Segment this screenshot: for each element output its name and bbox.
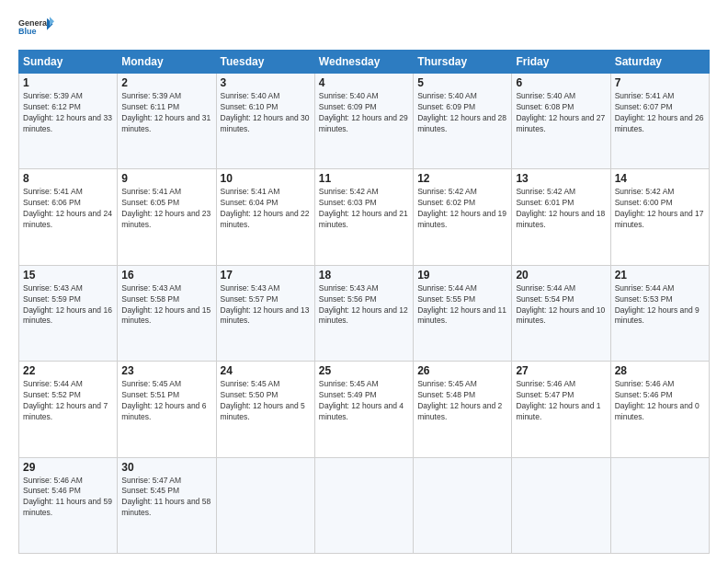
day-number: 15 [23, 269, 113, 282]
day-cell-1: 1Sunrise: 5:39 AMSunset: 6:12 PMDaylight… [19, 74, 118, 169]
header: General Blue [18, 15, 710, 42]
day-number: 12 [417, 172, 507, 185]
day-cell-7: 7Sunrise: 5:41 AMSunset: 6:07 PMDaylight… [610, 74, 709, 169]
weekday-header-row: SundayMondayTuesdayWednesdayThursdayFrid… [19, 51, 710, 74]
day-cell-18: 18Sunrise: 5:43 AMSunset: 5:56 PMDayligh… [314, 265, 413, 361]
day-number: 22 [23, 364, 113, 377]
day-info: Sunrise: 5:43 AMSunset: 5:56 PMDaylight:… [319, 283, 409, 327]
day-info: Sunrise: 5:44 AMSunset: 5:53 PMDaylight:… [615, 283, 705, 327]
day-info: Sunrise: 5:42 AMSunset: 6:01 PMDaylight:… [516, 187, 606, 231]
day-info: Sunrise: 5:39 AMSunset: 6:12 PMDaylight:… [23, 91, 113, 135]
day-cell-21: 21Sunrise: 5:44 AMSunset: 5:53 PMDayligh… [610, 265, 709, 361]
empty-cell [414, 457, 512, 553]
day-cell-9: 9Sunrise: 5:41 AMSunset: 6:05 PMDaylight… [118, 169, 216, 265]
day-cell-11: 11Sunrise: 5:42 AMSunset: 6:03 PMDayligh… [314, 169, 413, 265]
day-info: Sunrise: 5:44 AMSunset: 5:55 PMDaylight:… [417, 283, 507, 327]
day-cell-20: 20Sunrise: 5:44 AMSunset: 5:54 PMDayligh… [512, 265, 610, 361]
day-cell-6: 6Sunrise: 5:40 AMSunset: 6:08 PMDaylight… [512, 74, 610, 169]
page: General Blue SundayMondayTuesdayWednesda… [0, 0, 728, 563]
day-info: Sunrise: 5:43 AMSunset: 5:57 PMDaylight:… [221, 283, 311, 327]
day-cell-30: 30Sunrise: 5:47 AMSunset: 5:45 PMDayligh… [118, 457, 216, 553]
day-info: Sunrise: 5:45 AMSunset: 5:48 PMDaylight:… [417, 379, 507, 423]
day-number: 13 [516, 172, 606, 185]
day-number: 20 [516, 269, 606, 282]
day-number: 4 [319, 76, 409, 89]
week-row-5: 29Sunrise: 5:46 AMSunset: 5:46 PMDayligh… [19, 457, 710, 553]
svg-text:Blue: Blue [18, 27, 37, 36]
day-info: Sunrise: 5:39 AMSunset: 6:11 PMDaylight:… [121, 91, 211, 135]
day-info: Sunrise: 5:40 AMSunset: 6:09 PMDaylight:… [417, 91, 507, 135]
day-number: 25 [319, 364, 409, 377]
day-info: Sunrise: 5:41 AMSunset: 6:07 PMDaylight:… [615, 91, 705, 135]
day-cell-4: 4Sunrise: 5:40 AMSunset: 6:09 PMDaylight… [314, 74, 413, 169]
day-cell-24: 24Sunrise: 5:45 AMSunset: 5:50 PMDayligh… [216, 362, 314, 457]
day-cell-3: 3Sunrise: 5:40 AMSunset: 6:10 PMDaylight… [216, 74, 314, 169]
weekday-header-saturday: Saturday [610, 51, 709, 74]
day-number: 19 [417, 269, 507, 282]
day-number: 3 [221, 76, 311, 89]
day-cell-29: 29Sunrise: 5:46 AMSunset: 5:46 PMDayligh… [19, 457, 118, 553]
day-info: Sunrise: 5:43 AMSunset: 5:59 PMDaylight:… [23, 283, 113, 327]
day-cell-26: 26Sunrise: 5:45 AMSunset: 5:48 PMDayligh… [414, 362, 512, 457]
day-number: 11 [319, 172, 409, 185]
week-row-1: 1Sunrise: 5:39 AMSunset: 6:12 PMDaylight… [19, 74, 710, 169]
day-number: 6 [516, 76, 606, 89]
weekday-header-tuesday: Tuesday [216, 51, 314, 74]
day-info: Sunrise: 5:47 AMSunset: 5:45 PMDaylight:… [121, 476, 211, 520]
day-number: 9 [121, 172, 211, 185]
day-number: 5 [417, 76, 507, 89]
day-cell-5: 5Sunrise: 5:40 AMSunset: 6:09 PMDaylight… [414, 74, 512, 169]
day-number: 10 [221, 172, 311, 185]
day-number: 29 [23, 461, 113, 474]
day-cell-25: 25Sunrise: 5:45 AMSunset: 5:49 PMDayligh… [314, 362, 413, 457]
week-row-2: 8Sunrise: 5:41 AMSunset: 6:06 PMDaylight… [19, 169, 710, 265]
day-cell-10: 10Sunrise: 5:41 AMSunset: 6:04 PMDayligh… [216, 169, 314, 265]
day-cell-12: 12Sunrise: 5:42 AMSunset: 6:02 PMDayligh… [414, 169, 512, 265]
day-number: 23 [121, 364, 211, 377]
day-info: Sunrise: 5:46 AMSunset: 5:46 PMDaylight:… [615, 379, 705, 423]
weekday-header-wednesday: Wednesday [314, 51, 413, 74]
day-number: 1 [23, 76, 113, 89]
svg-text:General: General [18, 18, 50, 28]
day-info: Sunrise: 5:40 AMSunset: 6:09 PMDaylight:… [319, 91, 409, 135]
day-number: 7 [615, 76, 705, 89]
logo-svg: General Blue [18, 15, 55, 42]
calendar-table: SundayMondayTuesdayWednesdayThursdayFrid… [18, 50, 710, 554]
weekday-header-monday: Monday [118, 51, 216, 74]
week-row-4: 22Sunrise: 5:44 AMSunset: 5:52 PMDayligh… [19, 362, 710, 457]
day-cell-8: 8Sunrise: 5:41 AMSunset: 6:06 PMDaylight… [19, 169, 118, 265]
weekday-header-thursday: Thursday [414, 51, 512, 74]
day-info: Sunrise: 5:44 AMSunset: 5:52 PMDaylight:… [23, 379, 113, 423]
day-number: 30 [121, 461, 211, 474]
day-info: Sunrise: 5:45 AMSunset: 5:49 PMDaylight:… [319, 379, 409, 423]
day-cell-13: 13Sunrise: 5:42 AMSunset: 6:01 PMDayligh… [512, 169, 610, 265]
day-info: Sunrise: 5:42 AMSunset: 6:02 PMDaylight:… [417, 187, 507, 231]
day-number: 26 [417, 364, 507, 377]
day-cell-2: 2Sunrise: 5:39 AMSunset: 6:11 PMDaylight… [118, 74, 216, 169]
day-cell-22: 22Sunrise: 5:44 AMSunset: 5:52 PMDayligh… [19, 362, 118, 457]
empty-cell [216, 457, 314, 553]
empty-cell [512, 457, 610, 553]
day-info: Sunrise: 5:44 AMSunset: 5:54 PMDaylight:… [516, 283, 606, 327]
day-info: Sunrise: 5:46 AMSunset: 5:47 PMDaylight:… [516, 379, 606, 423]
day-cell-16: 16Sunrise: 5:43 AMSunset: 5:58 PMDayligh… [118, 265, 216, 361]
day-cell-27: 27Sunrise: 5:46 AMSunset: 5:47 PMDayligh… [512, 362, 610, 457]
empty-cell [610, 457, 709, 553]
day-info: Sunrise: 5:41 AMSunset: 6:05 PMDaylight:… [121, 187, 211, 231]
day-cell-14: 14Sunrise: 5:42 AMSunset: 6:00 PMDayligh… [610, 169, 709, 265]
day-info: Sunrise: 5:40 AMSunset: 6:10 PMDaylight:… [221, 91, 311, 135]
day-info: Sunrise: 5:41 AMSunset: 6:06 PMDaylight:… [23, 187, 113, 231]
day-number: 27 [516, 364, 606, 377]
day-number: 2 [121, 76, 211, 89]
day-number: 28 [615, 364, 705, 377]
day-number: 16 [121, 269, 211, 282]
weekday-header-sunday: Sunday [19, 51, 118, 74]
day-number: 8 [23, 172, 113, 185]
day-number: 17 [221, 269, 311, 282]
day-info: Sunrise: 5:42 AMSunset: 6:03 PMDaylight:… [319, 187, 409, 231]
day-info: Sunrise: 5:42 AMSunset: 6:00 PMDaylight:… [615, 187, 705, 231]
day-info: Sunrise: 5:41 AMSunset: 6:04 PMDaylight:… [221, 187, 311, 231]
day-info: Sunrise: 5:45 AMSunset: 5:51 PMDaylight:… [121, 379, 211, 423]
day-cell-15: 15Sunrise: 5:43 AMSunset: 5:59 PMDayligh… [19, 265, 118, 361]
day-info: Sunrise: 5:46 AMSunset: 5:46 PMDaylight:… [23, 476, 113, 520]
